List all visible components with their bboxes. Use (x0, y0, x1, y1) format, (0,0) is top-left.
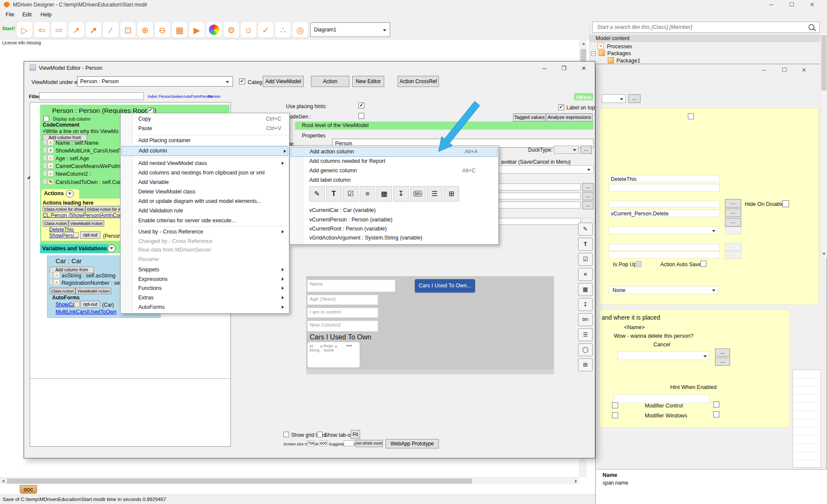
new-editor-button[interactable]: New Editor (352, 76, 384, 87)
edit-control-icon[interactable]: ✎ (578, 223, 593, 236)
tab-class-action[interactable]: Class Action (43, 220, 68, 227)
color-wheel-icon[interactable] (206, 22, 222, 38)
submenu-item-vcurrentcar[interactable]: vCurrentCar : Car (variable) (309, 205, 495, 215)
zoom-out-icon[interactable]: ⊖ (154, 22, 171, 38)
gc-rings-icon[interactable]: ◎ (292, 22, 308, 38)
modifier-control-checkbox-right[interactable] (713, 401, 719, 408)
viewmodel-control-icon[interactable]: ⊞ (578, 358, 593, 371)
right-scrollbar[interactable] (820, 34, 827, 258)
scroll-left-icon[interactable] (2, 479, 4, 483)
validate-icon[interactable]: ✓ (258, 22, 274, 38)
action-window-maximize-button[interactable]: ☐ (782, 67, 787, 73)
hint-field[interactable] (614, 395, 710, 403)
action-side-list[interactable] (793, 370, 821, 468)
search-icon[interactable] (808, 24, 815, 30)
menu-item-snippets[interactable]: Snippets (138, 265, 286, 274)
column-name[interactable]: Name : self.Name (56, 140, 99, 146)
line-tool-icon[interactable]: ∕ (103, 22, 119, 38)
action-definitions-button[interactable]: Action definitions (311, 76, 349, 87)
menu-item-add-placing-container[interactable]: Add Placing container (138, 136, 286, 145)
action-expression-field[interactable]: vCurrent_Person.Delete (609, 209, 720, 217)
fit-button[interactable]: Fit (351, 430, 360, 439)
menu-item-paste[interactable]: PasteCtrl+V (138, 124, 286, 133)
list-column-icon[interactable]: ☰ (427, 186, 442, 202)
action-none-combo[interactable]: None (609, 286, 718, 294)
ducktype-combo[interactable] (554, 146, 579, 154)
submenu-item-add-label-column[interactable]: Add label column (309, 175, 495, 185)
editor-minimize-button[interactable]: ─ (542, 65, 546, 72)
ducktype-ellipsis-button[interactable]: ... (581, 146, 592, 154)
hscroll-thumb[interactable] (7, 479, 472, 484)
run-prototype-icon[interactable]: ▶ (189, 22, 205, 38)
scroll-up-icon[interactable] (582, 43, 585, 45)
column-newcolumn2[interactable]: NewColumn2 : (56, 171, 91, 177)
move-arrow-icon[interactable]: ↗ (68, 22, 84, 38)
checkbox-control-icon[interactable]: ☑ (578, 253, 593, 266)
modifier-windows-checkbox-right[interactable] (713, 411, 719, 417)
column-registrationnumber[interactable]: RegistrationNumber : self.R (62, 280, 128, 286)
prop-ellipsis-2[interactable]: ... (582, 192, 594, 200)
app-close-button[interactable]: ✕ (810, 1, 815, 8)
action-auto-saves-checkbox[interactable] (700, 261, 706, 267)
run-icon[interactable]: ▷ (16, 22, 33, 38)
modifier-windows-checkbox-left[interactable] (612, 412, 618, 418)
submenu-item-add-columns-report[interactable]: Add columns needed for Report (309, 156, 495, 166)
menu-item-add-from-clipboard[interactable]: Add columns and nestings from clipboard … (138, 168, 286, 177)
grid-col-asstring[interactable]: as String (309, 344, 320, 352)
webapp-prototype-button[interactable]: WebApp Prototype Edit-Mode (386, 439, 439, 448)
label-on-top-checkbox[interactable] (558, 104, 564, 110)
action-name-field[interactable]: DeleteThis (609, 175, 720, 183)
menu-item-expressions[interactable]: Expressions (138, 274, 286, 284)
tab-global-action-for-show[interactable]: Global Action for sh (85, 206, 124, 212)
checkbox-column-icon[interactable]: ☑ (343, 186, 358, 202)
submenu-item-vcurrentroot[interactable]: vCurrentRoot : Person (variable) (309, 224, 495, 233)
form-newcolumn2-field[interactable]: New Column2 (307, 320, 378, 332)
action-window-close-button[interactable]: ✕ (802, 67, 806, 73)
action-ellipsis-8[interactable]: ... (715, 358, 730, 366)
menu-item-add-variable[interactable]: Add Variable (138, 177, 286, 187)
modifier-control-checkbox-left[interactable] (612, 402, 618, 408)
show-tab-order-checkbox[interactable] (317, 432, 323, 437)
column-camelcase[interactable]: CamelCaseMeansWePutInSpa (56, 163, 130, 169)
action-combo-2[interactable] (618, 352, 710, 360)
filter-funnel-icon[interactable] (320, 346, 323, 348)
edit-column-icon[interactable]: ✎ (309, 186, 325, 202)
grid-col-regnumber[interactable]: Regis Numb (323, 344, 336, 352)
cl-person-link[interactable]: CL:Person /ShowPersonIAmInCont (43, 212, 124, 218)
filter-funnel-icon[interactable] (334, 346, 338, 348)
screen-height-input[interactable] (320, 440, 327, 446)
association-arrow-icon[interactable]: ↗ (85, 22, 102, 38)
action-combo-1[interactable] (609, 227, 718, 234)
calendar-column-icon[interactable]: ▦ (376, 186, 392, 202)
prop-ellipsis-3[interactable]: ... (582, 201, 594, 209)
form-control-field[interactable]: I am in control (307, 308, 378, 318)
splitter-handle-icon[interactable]: ◢ (27, 174, 30, 179)
scroll-down-icon[interactable] (822, 253, 826, 255)
variables-collapse-icon[interactable] (108, 245, 115, 252)
diagram-select[interactable]: Diagram1 (310, 22, 390, 37)
tab-car-class-action[interactable]: Class Action (50, 288, 75, 294)
code-comment-text[interactable]: <Write a line on why this ViewMo (43, 128, 118, 134)
app-maximize-button[interactable]: ☐ (789, 1, 794, 8)
filter-link-person[interactable]: Person (208, 94, 221, 99)
action-ellipsis-3[interactable]: ... (725, 218, 741, 227)
tab-car-viewmodel-action[interactable]: ViewModel Action (75, 288, 111, 294)
action-field-2[interactable] (609, 184, 720, 192)
menu-file[interactable]: File (6, 12, 14, 18)
opt-out-button[interactable]: opt-out (80, 231, 100, 239)
menu-item-add-validation-rule[interactable]: Add Validation rule (138, 206, 286, 215)
action-window-minimize-button[interactable]: ─ (762, 67, 766, 73)
screen-width-input[interactable] (307, 440, 315, 446)
tab-class-action-for-show[interactable]: Class Action for show (43, 206, 85, 212)
form-name-field[interactable]: Name (307, 280, 395, 292)
action-top-combo[interactable] (602, 94, 626, 103)
menu-item-autoforms[interactable]: AutoForms (138, 302, 286, 312)
action-field-5[interactable] (609, 244, 720, 251)
packages-expander[interactable]: − (591, 51, 596, 56)
text-column-icon[interactable]: T (326, 186, 342, 202)
multilink-link[interactable]: MultiLinkCarsIUsedToOwn (56, 309, 116, 315)
list-control-icon[interactable]: ☰ (578, 328, 593, 341)
form-age-field[interactable]: Age (Years) (307, 295, 378, 305)
actions-collapse-icon[interactable] (66, 190, 74, 198)
showcar-link[interactable]: ShowCar (56, 302, 77, 308)
